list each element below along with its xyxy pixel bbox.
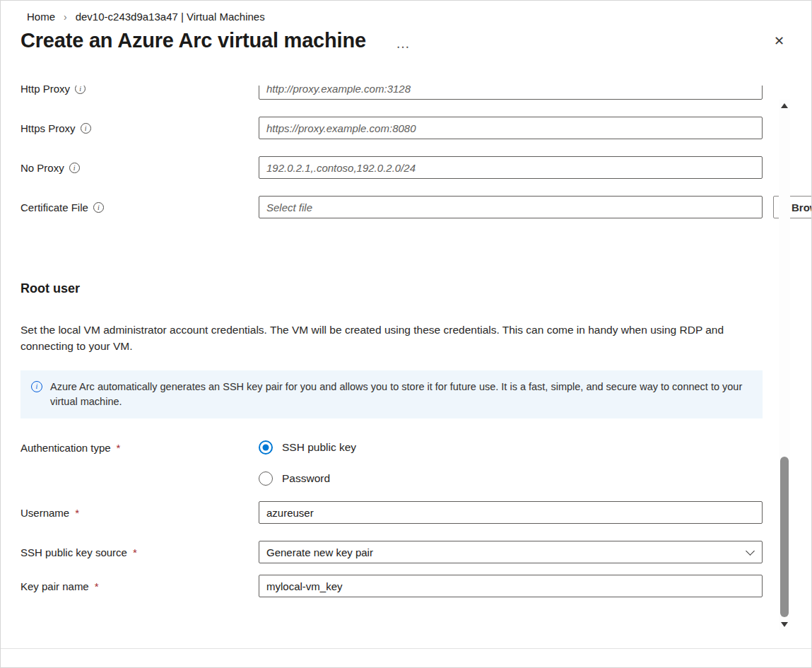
certificate-file-label-text: Certificate File — [20, 201, 88, 213]
form-row-https-proxy: Https Proxy i — [20, 117, 763, 139]
ssh-key-source-dropdown[interactable]: Generate new key pair — [259, 541, 763, 563]
create-arc-vm-dialog: Home › dev10-c243d9a13a47 | Virtual Mach… — [0, 0, 812, 668]
key-pair-name-label-text: Key pair name — [20, 580, 89, 592]
radio-option-ssh-public-key[interactable]: SSH public key — [259, 440, 356, 455]
close-icon[interactable]: ✕ — [774, 35, 784, 47]
http-proxy-label: Http Proxy i — [20, 86, 259, 95]
http-proxy-input-cell — [259, 86, 763, 100]
root-user-heading: Root user — [20, 281, 763, 296]
ssh-key-source-label: SSH public key source * — [20, 546, 259, 558]
username-label: Username * — [20, 507, 259, 519]
radio-group: SSH public key Password — [259, 440, 356, 486]
key-pair-name-input[interactable] — [259, 575, 763, 597]
ssh-key-source-input-cell: Generate new key pair — [259, 541, 763, 563]
no-proxy-label: No Proxy i — [20, 162, 259, 174]
authentication-type-options: SSH public key Password — [259, 440, 763, 486]
certificate-file-input[interactable] — [259, 196, 763, 218]
form-row-certificate-file: Certificate File i Browse — [20, 196, 763, 218]
http-proxy-label-text: Http Proxy — [20, 86, 70, 95]
form-row-authentication-type: Authentication type * SSH public key Pas… — [20, 440, 763, 486]
ssh-key-source-value: Generate new key pair — [266, 546, 747, 558]
radio-option-password[interactable]: Password — [259, 471, 356, 486]
ssh-info-banner-text: Azure Arc automatically generates an SSH… — [50, 380, 750, 409]
form-row-http-proxy: Http Proxy i — [20, 86, 763, 100]
no-proxy-input[interactable] — [259, 156, 763, 179]
radio-unselected-icon[interactable] — [259, 471, 273, 486]
https-proxy-input-cell — [259, 117, 763, 139]
required-asterisk: * — [133, 546, 137, 558]
scrollbar-thumb[interactable] — [780, 457, 789, 617]
info-icon[interactable]: i — [75, 86, 86, 94]
form-row-key-pair-name: Key pair name * — [20, 575, 763, 597]
form-row-no-proxy: No Proxy i — [20, 156, 763, 179]
form-row-ssh-key-source: SSH public key source * Generate new key… — [20, 541, 763, 563]
chevron-down-icon — [746, 546, 755, 556]
username-input[interactable] — [259, 501, 763, 524]
root-user-description: Set the local VM administrator account c… — [20, 322, 763, 354]
scroll-down-arrow-icon[interactable] — [779, 619, 790, 630]
https-proxy-input[interactable] — [259, 117, 763, 139]
info-icon[interactable]: i — [69, 163, 80, 173]
scroll-up-arrow-icon[interactable] — [779, 100, 790, 111]
scrollbar-track[interactable] — [779, 111, 790, 619]
https-proxy-label-text: Https Proxy — [20, 122, 76, 134]
required-asterisk: * — [117, 442, 121, 454]
radio-option-label: Password — [282, 472, 330, 485]
radio-option-label: SSH public key — [282, 441, 356, 454]
form-scroll-area: Http Proxy i Https Proxy i — [1, 86, 811, 648]
key-pair-name-input-cell — [259, 575, 763, 597]
breadcrumb-home[interactable]: Home — [27, 11, 55, 23]
form-row-username: Username * — [20, 501, 763, 524]
footer-bar — [1, 648, 811, 667]
more-options-icon[interactable]: … — [396, 32, 411, 50]
http-proxy-input[interactable] — [259, 86, 763, 100]
no-proxy-input-cell — [259, 156, 763, 179]
page-title: Create an Azure Arc virtual machine — [20, 29, 366, 52]
page-header: Create an Azure Arc virtual machine … ✕ — [1, 23, 811, 52]
https-proxy-label: Https Proxy i — [20, 122, 259, 134]
no-proxy-label-text: No Proxy — [20, 162, 64, 174]
info-icon[interactable]: i — [93, 202, 104, 213]
form-content: Http Proxy i Https Proxy i — [1, 86, 811, 648]
breadcrumb: Home › dev10-c243d9a13a47 | Virtual Mach… — [1, 1, 811, 23]
required-asterisk: * — [95, 580, 99, 592]
required-asterisk: * — [75, 507, 79, 519]
breadcrumb-current[interactable]: dev10-c243d9a13a47 | Virtual Machines — [76, 11, 265, 23]
certificate-file-label: Certificate File i — [20, 201, 259, 213]
username-input-cell — [259, 501, 763, 524]
info-icon[interactable]: i — [81, 123, 91, 134]
radio-selected-icon[interactable] — [259, 440, 273, 455]
certificate-file-input-cell: Browse — [259, 196, 763, 218]
scrollbar[interactable] — [779, 100, 790, 630]
username-label-text: Username — [20, 507, 69, 519]
info-icon: i — [31, 381, 42, 392]
key-pair-name-label: Key pair name * — [20, 580, 259, 592]
authentication-type-label-text: Authentication type — [20, 442, 111, 454]
ssh-key-source-label-text: SSH public key source — [20, 546, 127, 558]
breadcrumb-separator-icon: › — [64, 11, 67, 23]
authentication-type-label: Authentication type * — [20, 440, 259, 454]
ssh-info-banner: i Azure Arc automatically generates an S… — [20, 370, 763, 418]
